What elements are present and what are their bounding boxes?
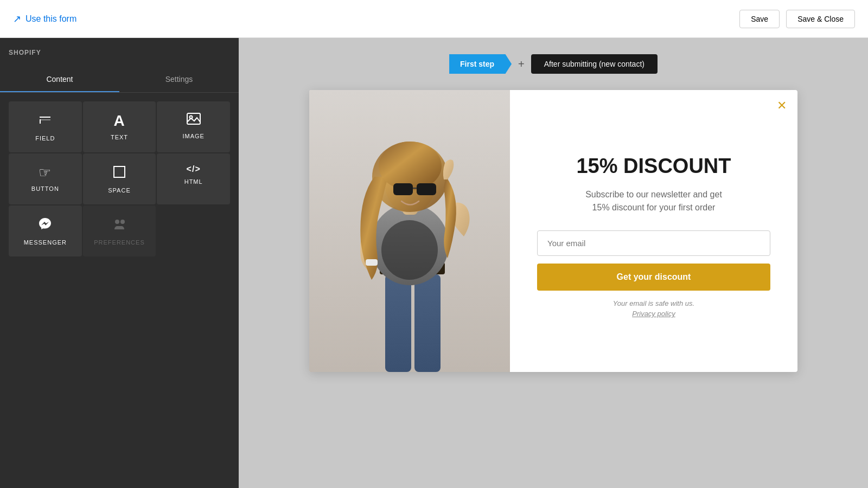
sidebar: SHOPIFY Content Settings FIELD — [0, 38, 239, 488]
element-text[interactable]: A TEXT — [83, 101, 156, 152]
popup-close-button[interactable]: ✕ — [777, 99, 787, 113]
svg-rect-23 — [393, 183, 413, 195]
privacy-policy-link[interactable]: Privacy policy — [613, 310, 694, 318]
sidebar-tabs: Content Settings — [0, 67, 239, 93]
svg-rect-5 — [114, 166, 125, 177]
popup-subtitle: Subscribe to our newsletter and get15% d… — [585, 188, 722, 214]
element-html[interactable]: </> HTML — [157, 153, 230, 204]
main-layout: SHOPIFY Content Settings FIELD — [0, 38, 868, 488]
after-submit-button[interactable]: After submitting (new contact) — [531, 54, 658, 74]
svg-point-22 — [379, 142, 442, 190]
field-icon — [37, 112, 53, 131]
popup-image-side — [309, 90, 510, 372]
external-link-icon: ↗ — [13, 13, 21, 25]
cta-button[interactable]: Get your discount — [537, 264, 770, 291]
save-button[interactable]: Save — [739, 10, 780, 28]
svg-rect-14 — [414, 274, 441, 372]
popup-content-side: ✕ 15% DISCOUNT Subscribe to our newslett… — [510, 90, 797, 372]
element-preferences: PREFERENCES — [83, 206, 156, 256]
tab-content[interactable]: Content — [0, 67, 119, 92]
element-field[interactable]: FIELD — [9, 101, 82, 152]
shopify-logo: SHOPIFY — [0, 38, 239, 67]
svg-point-10 — [115, 220, 119, 224]
elements-grid: FIELD A TEXT IMAGE ☞ — [0, 93, 239, 265]
topbar-left: ↗ Use this form — [13, 13, 76, 25]
element-button[interactable]: ☞ BUTTON — [9, 153, 82, 204]
topbar-right: Save Save & Close — [739, 10, 855, 28]
svg-rect-13 — [385, 274, 411, 372]
element-messenger[interactable]: MESSENGER — [9, 206, 82, 256]
button-icon: ☞ — [39, 164, 52, 181]
popup-image-placeholder — [309, 90, 510, 372]
topbar: ↗ Use this form Save Save & Close — [0, 0, 868, 38]
first-step-button[interactable]: First step — [449, 54, 512, 74]
element-image[interactable]: IMAGE — [157, 101, 230, 152]
step-plus-icon: + — [518, 58, 525, 70]
svg-point-11 — [120, 220, 125, 224]
svg-point-18 — [381, 220, 438, 280]
popup-footer: Your email is safe with us. Privacy poli… — [613, 299, 694, 318]
popup-card: ✕ 15% DISCOUNT Subscribe to our newslett… — [309, 90, 797, 372]
save-close-button[interactable]: Save & Close — [786, 10, 855, 28]
messenger-icon — [37, 216, 53, 235]
svg-rect-0 — [40, 117, 50, 118]
preferences-icon — [112, 216, 127, 235]
tab-settings[interactable]: Settings — [119, 67, 239, 92]
popup-title: 15% DISCOUNT — [576, 155, 731, 178]
use-form-link[interactable]: Use this form — [25, 14, 76, 24]
woman-illustration — [309, 90, 510, 372]
email-input[interactable] — [537, 230, 770, 256]
image-icon — [186, 112, 201, 129]
text-icon: A — [113, 112, 125, 130]
canvas: First step + After submitting (new conta… — [239, 38, 868, 488]
steps-bar: First step + After submitting (new conta… — [449, 54, 658, 74]
svg-rect-2 — [40, 119, 50, 120]
svg-rect-26 — [366, 259, 378, 266]
space-icon — [112, 164, 127, 183]
svg-rect-24 — [417, 183, 436, 195]
html-icon: </> — [187, 164, 201, 174]
element-space[interactable]: SPACE — [83, 153, 156, 204]
